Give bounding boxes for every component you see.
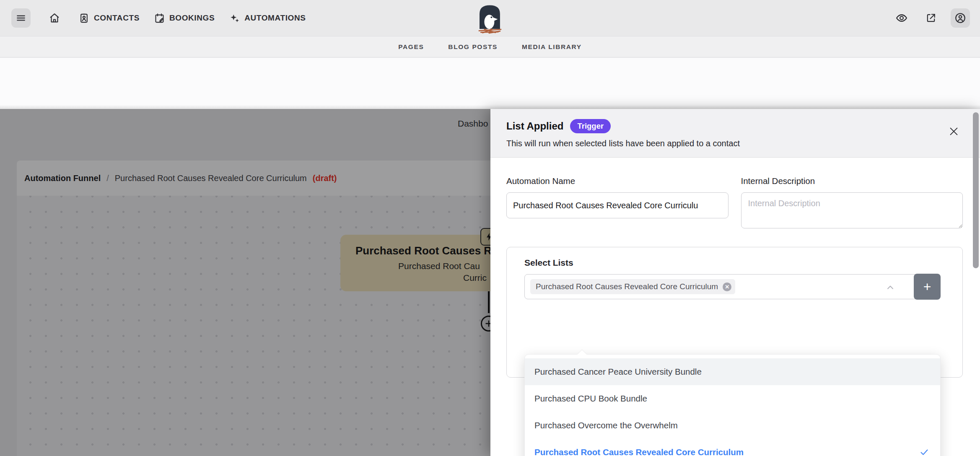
- account-button[interactable]: [951, 8, 970, 28]
- list-option[interactable]: Purchased Cancer Peace University Bundle: [525, 358, 940, 385]
- list-option-label: Purchased Root Causes Revealed Core Curr…: [534, 447, 744, 456]
- add-list-button[interactable]: +: [914, 274, 941, 300]
- list-option[interactable]: Purchased CPU Book Bundle: [525, 385, 940, 412]
- nav-contacts[interactable]: CONTACTS: [78, 13, 140, 24]
- home-button[interactable]: [45, 8, 64, 28]
- nav-bookings-label: BOOKINGS: [169, 13, 215, 23]
- close-button[interactable]: [947, 125, 960, 137]
- external-link-icon: [925, 12, 937, 24]
- selected-list-chip: Purchased Root Causes Revealed Core Curr…: [530, 279, 735, 294]
- app-logo: [475, 3, 505, 34]
- home-icon: [49, 12, 60, 24]
- account-icon: [954, 12, 967, 24]
- modal-title: List Applied: [506, 120, 563, 132]
- list-option[interactable]: Purchased Root Causes Revealed Core Curr…: [525, 439, 940, 456]
- hamburger-menu-icon: [15, 12, 27, 24]
- nav-contacts-label: CONTACTS: [94, 13, 140, 23]
- lists-multiselect[interactable]: Purchased Root Causes Revealed Core Curr…: [524, 274, 915, 299]
- select-lists-label: Select Lists: [524, 258, 941, 268]
- list-option-label: Purchased Cancer Peace University Bundle: [534, 367, 702, 377]
- trigger-badge: Trigger: [570, 119, 611, 133]
- subnav: PAGES BLOG POSTS MEDIA LIBRARY: [0, 36, 980, 57]
- bookings-icon: [154, 13, 165, 24]
- subnav-pages[interactable]: PAGES: [398, 43, 424, 51]
- list-option[interactable]: Purchased Overcome the Overwhelm: [525, 412, 940, 439]
- topbar: CONTACTS BOOKINGS AUTOMATIONS: [0, 0, 980, 36]
- modal-body: Automation Name Internal Description Sel…: [490, 158, 980, 456]
- automations-icon: [229, 13, 240, 24]
- chevron-up-icon: [885, 282, 896, 293]
- list-dropdown: Purchased Cancer Peace University Bundle…: [524, 354, 941, 456]
- nav-bookings[interactable]: BOOKINGS: [154, 13, 215, 24]
- remove-tag-icon[interactable]: ✕: [723, 282, 731, 291]
- nav-automations-label: AUTOMATIONS: [244, 13, 306, 23]
- preview-button[interactable]: [892, 8, 911, 28]
- selected-list-chip-label: Purchased Root Causes Revealed Core Curr…: [536, 282, 718, 291]
- open-external-button[interactable]: [921, 8, 941, 28]
- subnav-blog-posts[interactable]: BLOG POSTS: [448, 43, 498, 51]
- internal-description-label: Internal Description: [741, 176, 963, 186]
- contacts-icon: [78, 13, 90, 24]
- nav-automations[interactable]: AUTOMATIONS: [229, 13, 306, 24]
- list-option-label: Purchased CPU Book Bundle: [534, 394, 647, 404]
- hamburger-menu-button[interactable]: [11, 8, 31, 28]
- eye-icon: [895, 12, 908, 24]
- list-applied-modal: List Applied Trigger This will run when …: [490, 109, 980, 456]
- subnav-media-library[interactable]: MEDIA LIBRARY: [522, 43, 582, 51]
- modal-subtitle: This will run when selected lists have b…: [506, 139, 980, 148]
- automation-name-input[interactable]: [506, 192, 729, 218]
- close-icon: [948, 126, 959, 137]
- list-option-label: Purchased Overcome the Overwhelm: [534, 420, 678, 430]
- modal-scrollbar-thumb[interactable]: [973, 112, 979, 268]
- collapse-strip: [0, 58, 980, 109]
- automation-name-label: Automation Name: [506, 176, 729, 186]
- modal-header: List Applied Trigger This will run when …: [490, 109, 980, 158]
- internal-description-textarea[interactable]: [741, 192, 963, 228]
- check-icon: [919, 447, 929, 456]
